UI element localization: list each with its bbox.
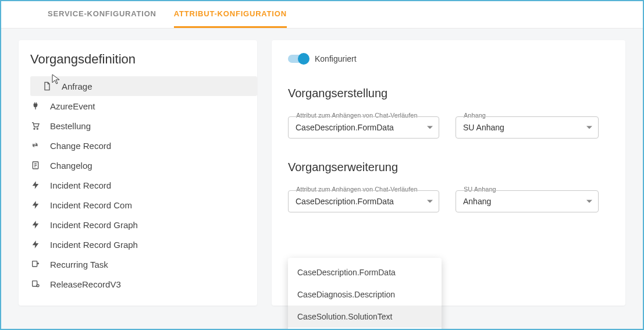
svg-rect-3: [33, 261, 37, 267]
dropdown-option-1[interactable]: CaseDescription.FormData: [288, 261, 442, 283]
chevron-down-icon: [427, 126, 433, 129]
tab-service-config[interactable]: SERVICE-KONFIGURATION: [48, 1, 156, 28]
extension-fields: Attribut zum Anhängen von Chat-Verläufen…: [288, 190, 609, 212]
flash-icon: [30, 239, 41, 250]
list-item-incident-record-com[interactable]: Incident Record Com: [19, 195, 257, 215]
list-item-bestellung[interactable]: Bestellung: [19, 116, 257, 136]
creation-fields: Attribut zum Anhängen von Chat-Verläufen…: [288, 116, 609, 139]
select-anhang-2[interactable]: Anhang: [456, 190, 599, 212]
field-chat-attribute-2: Attribut zum Anhängen von Chat-Verläufen…: [288, 190, 439, 212]
panel-title: Vorgangsdefinition: [19, 52, 257, 76]
select-value: CaseDescription.FormData: [296, 197, 394, 206]
dropdown-option-3[interactable]: CaseSolution.SolutionText: [288, 306, 442, 328]
list-item-label: Incident Record: [50, 180, 111, 190]
content-area: Vorgangsdefinition Anfrage AzureEvent Be…: [1, 29, 643, 317]
configured-toggle[interactable]: [288, 55, 308, 63]
swap-icon: [30, 140, 41, 151]
flash-icon: [30, 200, 41, 210]
list-item-incident-record[interactable]: Incident Record: [19, 175, 257, 195]
release-icon: [30, 279, 41, 289]
list-item-incident-record-graph-2[interactable]: Incident Record Graph: [19, 235, 257, 254]
recurring-icon: [30, 259, 41, 269]
field-anhang-2: SU Anhang Anhang: [456, 190, 599, 212]
select-anhang-1[interactable]: SU Anhang: [456, 116, 599, 139]
select-value: Anhang: [463, 197, 491, 206]
svg-point-0: [34, 128, 35, 129]
left-panel: Vorgangsdefinition Anfrage AzureEvent Be…: [19, 40, 257, 306]
list-item-label: Anfrage: [62, 81, 92, 91]
list-item-label: Change Record: [50, 141, 111, 151]
plug-icon: [30, 101, 41, 111]
select-chat-attribute-1[interactable]: CaseDescription.FormData: [288, 116, 439, 139]
list-item-label: Recurring Task: [50, 260, 108, 269]
chevron-down-icon: [586, 126, 592, 129]
svg-point-5: [37, 285, 39, 287]
list-item-label: AzureEvent: [50, 101, 95, 111]
list-item-release-record[interactable]: ReleaseRecordV3: [19, 274, 257, 294]
attribute-dropdown: CaseDescription.FormData CaseDiagnosis.D…: [288, 258, 442, 330]
list-item-label: ReleaseRecordV3: [50, 279, 121, 289]
toggle-label: Konfiguriert: [315, 54, 357, 63]
list-item-label: Incident Record Com: [50, 200, 132, 210]
tab-attribute-config[interactable]: ATTRIBUT-KONFIGURATION: [174, 1, 287, 28]
svg-point-1: [37, 128, 38, 129]
flash-icon: [30, 219, 41, 230]
list-item-azureevent[interactable]: AzureEvent: [19, 96, 257, 116]
list-item-anfrage[interactable]: Anfrage: [30, 76, 257, 96]
select-chat-attribute-2[interactable]: CaseDescription.FormData: [288, 190, 439, 212]
toggle-row: Konfiguriert: [288, 54, 609, 63]
section-title-creation: Vorgangserstellung: [288, 87, 609, 100]
list-item-label: Incident Record Graph: [50, 240, 138, 250]
list-item-label: Incident Record Graph: [50, 220, 138, 230]
chevron-down-icon: [427, 200, 433, 203]
chevron-down-icon: [586, 200, 592, 203]
file-edit-icon: [30, 160, 41, 171]
list-item-label: Changelog: [50, 161, 92, 171]
select-value: SU Anhang: [463, 123, 504, 132]
list-item-label: Bestellung: [50, 121, 91, 131]
field-chat-attribute-1: Attribut zum Anhängen von Chat-Verläufen…: [288, 116, 439, 139]
select-value: CaseDescription.FormData: [296, 123, 394, 132]
tabs-bar: SERVICE-KONFIGURATION ATTRIBUT-KONFIGURA…: [1, 1, 643, 29]
section-title-extension: Vorgangserweiterung: [288, 161, 609, 174]
dropdown-option-2[interactable]: CaseDiagnosis.Description: [288, 283, 442, 306]
field-anhang-1: Anhang SU Anhang: [456, 116, 599, 139]
right-panel: Konfiguriert Vorgangserstellung Attribut…: [272, 40, 625, 306]
flash-icon: [30, 180, 41, 190]
list-item-change-record[interactable]: Change Record: [19, 136, 257, 155]
document-icon: [42, 81, 52, 91]
list-item-incident-record-graph-1[interactable]: Incident Record Graph: [19, 215, 257, 235]
cart-icon: [30, 120, 41, 131]
list-item-recurring-task[interactable]: Recurring Task: [19, 254, 257, 274]
list-item-changelog[interactable]: Changelog: [19, 155, 257, 175]
